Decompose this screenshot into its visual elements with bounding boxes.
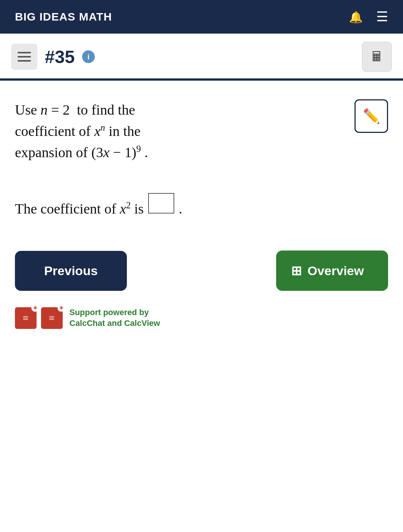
overview-icon: ⊞ [291,263,302,278]
app-title: BIG IDEAS MATH [15,10,112,23]
content-area: ✏️ Use n = 2 to find the coefficient of … [0,81,403,344]
draw-button[interactable]: ✏️ [354,99,388,133]
support-line1: Support powered by [69,308,149,317]
previous-button[interactable]: Previous [15,251,127,291]
answer-period: . [179,200,182,217]
calcchat-icon[interactable]: ≡ ✶ [15,307,37,329]
answer-area: The coefficient of x2 is . [15,193,388,217]
star-icon-2: ✶ [57,304,65,312]
calcview-icon[interactable]: ≡ ✶ [41,307,63,329]
hamburger-line [18,60,31,62]
app-header: BIG IDEAS MATH 🔔 ☰ [0,0,403,34]
problem-number: #35 [45,47,75,67]
problem-text: Use n = 2 to find the coefficient of xn … [15,99,276,163]
toolbar-left: #35 i [11,44,95,70]
problem-line3: expansion of (3x − 1)9 . [15,144,148,160]
problem-line1: Use n = 2 to find the [15,102,135,118]
menu-icon[interactable]: ☰ [376,9,388,25]
hamburger-button[interactable] [11,44,37,70]
bell-icon[interactable]: 🔔 [349,10,363,24]
draw-icon: ✏️ [363,108,380,124]
calculator-icon: 🖩 [370,49,384,65]
support-icons: ≡ ✶ ≡ ✶ [15,307,63,329]
support-line2: CalcChat and CalcView [69,318,160,328]
overview-label: Overview [307,264,364,278]
hamburger-line [18,56,31,57]
buttons-row: Previous ⊞ Overview [15,251,388,291]
problem-line2: coefficient of xn in the [15,123,141,139]
star-icon: ✶ [31,304,39,312]
answer-input-box[interactable] [148,193,174,214]
calculator-button[interactable]: 🖩 [362,42,392,72]
toolbar: #35 i 🖩 [0,34,403,78]
support-row: ≡ ✶ ≡ ✶ Support powered by CalcChat and … [15,307,388,329]
support-text: Support powered by CalcChat and CalcView [69,307,160,329]
answer-prompt-before: The coefficient of x2 is [15,200,144,217]
header-icons: 🔔 ☰ [349,9,388,25]
info-badge[interactable]: i [82,50,95,63]
hamburger-line [18,52,31,53]
overview-button[interactable]: ⊞ Overview [276,251,388,291]
